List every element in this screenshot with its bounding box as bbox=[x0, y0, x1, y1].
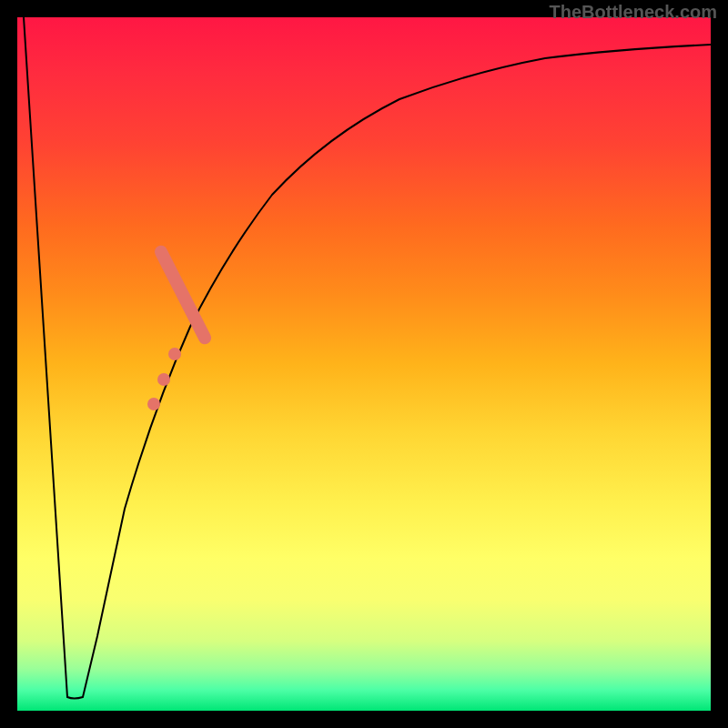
bottleneck-curve bbox=[24, 17, 711, 699]
marker-dot-1 bbox=[168, 348, 181, 360]
curve-svg bbox=[17, 17, 711, 711]
marker-dot-2 bbox=[157, 373, 170, 386]
plot-area bbox=[17, 17, 711, 711]
watermark-text: TheBottleneck.com bbox=[550, 2, 717, 23]
marker-bar bbox=[153, 243, 214, 346]
marker-dot-3 bbox=[147, 398, 160, 410]
